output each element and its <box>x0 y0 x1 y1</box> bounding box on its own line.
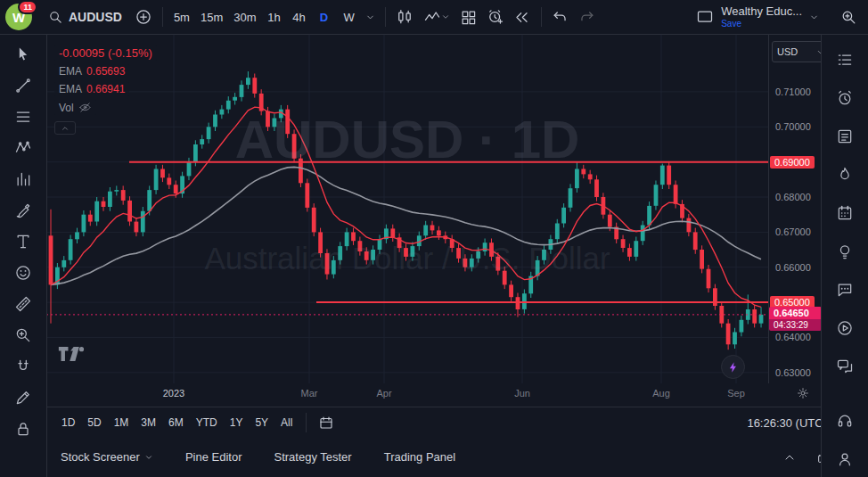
tab-strategy-tester[interactable]: Strategy Tester <box>274 450 351 464</box>
brokers-panel-button[interactable] <box>830 447 860 472</box>
search-plus-icon <box>840 9 857 26</box>
compare-add-button[interactable] <box>131 4 156 29</box>
tool-brush[interactable] <box>8 198 38 223</box>
go-to-date-button[interactable] <box>314 412 339 433</box>
price-tick-0.64000: 0.64000 <box>775 331 811 343</box>
range-6m[interactable]: 6M <box>162 414 190 432</box>
tradingview-logo[interactable] <box>58 346 85 362</box>
volume-legend[interactable]: Vol <box>54 100 96 115</box>
tool-emoji[interactable] <box>8 260 38 285</box>
layout-select-button[interactable] <box>692 4 717 29</box>
magnet-icon <box>14 358 32 375</box>
hotlists-panel-button[interactable] <box>830 162 860 187</box>
top-toolbar: W 11 AUDUSD 5m15m30m1h4hDW <box>0 0 868 35</box>
range-1y[interactable]: 1Y <box>224 414 250 432</box>
range-5y[interactable]: 5Y <box>249 414 274 432</box>
tradingview-app: W 11 AUDUSD 5m15m30m1h4hDW <box>0 0 868 477</box>
bottom-panel-bar: Stock ScreenerPine EditorStrategy Tester… <box>46 437 850 477</box>
alerts-panel-button[interactable] <box>830 86 860 111</box>
forecast-bars-icon <box>14 170 32 188</box>
undo-icon <box>552 9 569 26</box>
timeframe-4h[interactable]: 4h <box>288 5 311 29</box>
symbol-name: AUDUSD <box>69 10 122 24</box>
watchlist-panel-button[interactable] <box>830 47 860 72</box>
tool-trendline[interactable] <box>8 73 38 98</box>
notes-panel-button[interactable] <box>830 354 860 379</box>
tool-lock[interactable] <box>8 416 38 441</box>
quick-search-button[interactable] <box>836 4 861 29</box>
chart-style-button[interactable] <box>392 4 417 29</box>
bar-replay-button[interactable] <box>510 4 535 29</box>
ema-slow-legend[interactable]: EMA 0.66941 <box>54 82 129 96</box>
tool-fib[interactable] <box>8 104 38 129</box>
layout-grid-button[interactable] <box>456 4 481 29</box>
calendar-panel-button[interactable] <box>830 201 860 226</box>
range-ytd[interactable]: YTD <box>190 414 224 432</box>
timeframe-1h[interactable]: 1h <box>263 5 286 29</box>
redo-button[interactable] <box>575 4 600 29</box>
user-avatar-button[interactable]: W 11 <box>5 4 32 30</box>
tool-measure[interactable] <box>8 292 38 317</box>
boost-button[interactable] <box>721 355 745 379</box>
layout-name-block[interactable]: Wealthy Educ... Save <box>721 5 802 28</box>
range-group: 1D5D1M3M6MYTD1Y5YAll <box>55 414 299 432</box>
tool-magnet[interactable] <box>8 354 38 379</box>
range-all[interactable]: All <box>274 414 299 432</box>
indicators-button[interactable] <box>419 4 454 29</box>
time-axis[interactable]: 2023MarAprJunAugSep <box>46 383 822 407</box>
calendar-icon <box>836 204 854 222</box>
price-tick-0.70000: 0.70000 <box>775 120 811 133</box>
timeframe-D[interactable]: D <box>313 5 336 29</box>
undo-button[interactable] <box>548 4 573 29</box>
current-price-label: 0.64650 04:33:29 <box>769 307 822 331</box>
volume-label: Vol <box>59 102 74 114</box>
chart-canvas[interactable]: AUDUSD · 1D Australian Dollar / U.S. Dol… <box>46 34 768 383</box>
utc-clock[interactable]: 16:26:30 (UTC) <box>747 416 831 430</box>
panel-expand-button[interactable] <box>777 445 802 470</box>
emoji-icon <box>14 264 32 282</box>
ideas-panel-button[interactable] <box>830 239 860 264</box>
tool-zoom[interactable] <box>8 323 38 348</box>
ema-fast-legend[interactable]: EMA 0.65693 <box>54 64 129 78</box>
time-label-Mar: Mar <box>290 388 329 399</box>
legend-collapse-button[interactable] <box>54 121 76 135</box>
tool-cursor[interactable] <box>8 42 38 67</box>
timeframe-15m[interactable]: 15m <box>196 5 227 29</box>
range-5d[interactable]: 5D <box>81 414 107 432</box>
flame-icon <box>836 166 854 184</box>
tool-draw-edit[interactable] <box>8 385 38 410</box>
tool-forecast[interactable] <box>8 167 38 192</box>
range-1m[interactable]: 1M <box>108 414 135 432</box>
plus-circle-icon <box>135 8 152 26</box>
ema-slow-label: EMA <box>59 83 82 95</box>
timeframe-5m[interactable]: 5m <box>169 5 194 29</box>
price-axis[interactable]: USD 0.64650 04:33:29 0.710000.700000.690… <box>768 34 823 383</box>
streams-panel-button[interactable] <box>830 316 860 341</box>
timeframe-W[interactable]: W <box>338 5 361 29</box>
timeframe-menu-button[interactable] <box>363 4 379 29</box>
candlestick-icon <box>396 8 414 26</box>
text-icon <box>14 233 32 251</box>
alert-button[interactable] <box>483 4 508 29</box>
tab-stock-screener[interactable]: Stock Screener <box>61 450 153 464</box>
gear-icon[interactable] <box>796 386 810 400</box>
grid-layout-icon <box>460 9 477 26</box>
currency-value: USD <box>777 46 798 57</box>
symbol-search-button[interactable]: AUDUSD <box>41 4 129 29</box>
range-3m[interactable]: 3M <box>135 414 162 432</box>
toolbar-left: W 11 AUDUSD 5m15m30m1h4hDW <box>5 4 600 30</box>
save-label[interactable]: Save <box>721 19 741 29</box>
tool-pattern[interactable] <box>8 136 38 160</box>
range-1d[interactable]: 1D <box>55 414 81 432</box>
layout-menu-button[interactable] <box>806 4 822 29</box>
timeframe-30m[interactable]: 30m <box>229 5 260 29</box>
tab-trading-panel[interactable]: Trading Panel <box>384 450 455 464</box>
tab-pine-editor[interactable]: Pine Editor <box>185 450 242 464</box>
alarm-clock-icon <box>836 89 854 107</box>
chevron-down-icon <box>144 453 153 462</box>
time-label-Sep: Sep <box>717 388 756 399</box>
chat-panel-button[interactable] <box>830 277 860 302</box>
support-panel-button[interactable] <box>830 408 860 433</box>
tool-text[interactable] <box>8 229 38 254</box>
data-window-panel-button[interactable] <box>830 124 860 149</box>
